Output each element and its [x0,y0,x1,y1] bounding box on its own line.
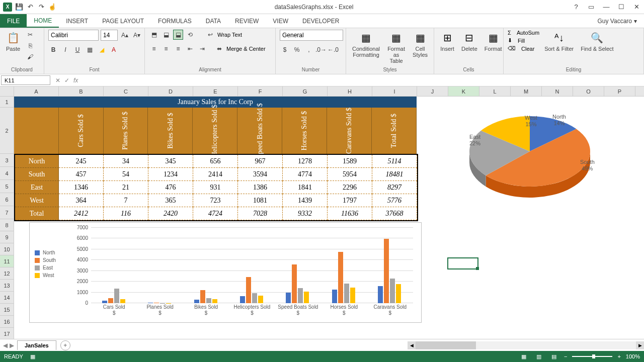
horizontal-scrollbar[interactable]: ◀ ▶ [408,341,644,349]
legend-item[interactable]: East [35,265,56,270]
zoom-slider[interactable] [572,356,612,357]
bar[interactable] [396,284,401,304]
column-header[interactable]: J [417,86,448,96]
bar[interactable] [206,298,211,303]
row-label[interactable]: North [15,155,59,168]
cut-icon[interactable]: ✂ [25,30,35,40]
copy-icon[interactable]: ⎘ [25,41,35,51]
data-cell[interactable]: 476 [148,181,193,194]
find-select-button[interactable]: 🔍Find & Select [579,30,615,53]
align-left-icon[interactable]: ≡ [149,44,159,54]
row-header[interactable]: 12 [0,267,14,280]
row-header[interactable]: 7 [0,206,14,219]
bar[interactable] [240,296,245,303]
row-header[interactable]: 11 [0,255,14,267]
undo-icon[interactable]: ↶ [26,3,34,11]
column-header[interactable]: D [148,86,193,96]
decrease-indent-icon[interactable]: ⇤ [185,44,195,54]
bar[interactable] [246,277,251,303]
align-bottom-icon[interactable]: ⬓ [173,30,183,40]
data-cell[interactable]: 37668 [372,207,417,220]
border-button[interactable]: ▦ [85,45,95,55]
data-cell[interactable]: 21 [104,181,148,194]
data-cell[interactable]: 5114 [372,155,417,168]
table-column-header[interactable]: Total Sold $ [372,108,417,154]
column-header[interactable]: M [511,86,542,96]
ribbon-tab-home[interactable]: HOME [27,14,59,28]
row-header[interactable]: 14 [0,292,14,304]
italic-button[interactable]: I [60,45,70,55]
table-column-header[interactable]: Cars Sold $ [59,108,104,154]
format-as-table-button[interactable]: ▦Format as Table [385,30,408,65]
data-cell[interactable]: 2412 [59,207,104,220]
bar[interactable] [252,293,257,303]
number-format-combo[interactable]: General [280,30,343,41]
insert-cells-button[interactable]: ⊞Insert [438,30,456,53]
page-layout-view-icon[interactable]: ▥ [534,352,544,360]
data-cell[interactable]: 931 [193,181,238,194]
data-cell[interactable]: 4724 [193,207,238,220]
column-header[interactable]: H [328,86,372,96]
data-cell[interactable]: 457 [59,168,104,181]
increase-indent-icon[interactable]: ⇥ [197,44,207,54]
underline-button[interactable]: U [72,45,83,55]
file-tab[interactable]: FILE [0,14,27,28]
increase-decimal-icon[interactable]: .0→ [316,45,326,55]
enter-formula-icon[interactable]: ✓ [64,77,69,84]
fx-icon[interactable]: fx [73,77,78,84]
autosum-button[interactable]: Σ AutoSum [508,30,539,36]
data-cell[interactable]: 9332 [283,207,328,220]
add-sheet-button[interactable]: + [60,340,70,350]
align-right-icon[interactable]: ≡ [173,44,183,54]
decrease-font-icon[interactable]: A▾ [132,30,142,40]
data-cell[interactable]: 364 [59,194,104,207]
row-header[interactable]: 16 [0,316,14,328]
row-header[interactable]: 4 [0,167,14,180]
bar[interactable] [384,239,389,303]
bar[interactable] [148,303,153,303]
bold-button[interactable]: B [48,45,58,55]
row-header[interactable]: 9 [0,231,14,243]
wrap-text-icon[interactable]: ↩ [205,30,215,40]
bar[interactable] [292,264,297,303]
column-header[interactable]: F [238,86,283,96]
next-sheet-icon[interactable]: ▶ [10,342,14,349]
increase-font-icon[interactable]: A▴ [120,30,130,40]
data-cell[interactable]: 7028 [238,207,283,220]
redo-icon[interactable]: ↷ [37,3,45,11]
worksheet-grid[interactable]: ABCDEFGHIJKLMNOP 12345678910111213141516… [0,86,644,348]
zoom-level[interactable]: 100% [626,353,640,359]
data-cell[interactable]: 245 [59,155,104,168]
row-label[interactable]: South [15,168,59,181]
fill-button[interactable]: ⬇ Fill [508,37,539,44]
bar[interactable] [108,298,113,303]
ribbon-tab-page-layout[interactable]: PAGE LAYOUT [95,14,151,28]
row-header[interactable]: 5 [0,180,14,193]
bar[interactable] [298,288,303,303]
fill-color-button[interactable]: ◢ [97,45,107,55]
select-all-corner[interactable] [0,86,14,96]
ribbon-tab-review[interactable]: REVIEW [228,14,266,28]
bar[interactable] [332,290,337,303]
font-size-combo[interactable]: 14 [101,30,118,41]
column-header[interactable]: P [604,86,635,96]
format-painter-icon[interactable]: 🖌 [25,52,35,62]
row-header[interactable]: 2 [0,108,14,154]
cell-styles-button[interactable]: ▦Cell Styles [411,30,430,59]
table-column-header[interactable]: Planes Sold $ [104,108,148,154]
data-cell[interactable]: 54 [104,168,148,181]
row-header[interactable]: 10 [0,243,14,255]
save-icon[interactable]: 💾 [15,3,23,11]
bar[interactable] [212,299,217,303]
data-cell[interactable]: 116 [104,207,148,220]
column-header[interactable]: C [104,86,148,96]
legend-item[interactable]: South [35,257,56,263]
column-header[interactable]: B [59,86,104,96]
data-cell[interactable]: 5776 [372,194,417,207]
column-header[interactable]: I [372,86,417,96]
data-cell[interactable]: 2420 [148,207,193,220]
data-cell[interactable]: 1081 [238,194,283,207]
row-label[interactable]: East [15,181,59,194]
table-column-header[interactable]: Horses Sold $ [282,108,327,154]
help-icon[interactable]: ? [569,0,584,14]
